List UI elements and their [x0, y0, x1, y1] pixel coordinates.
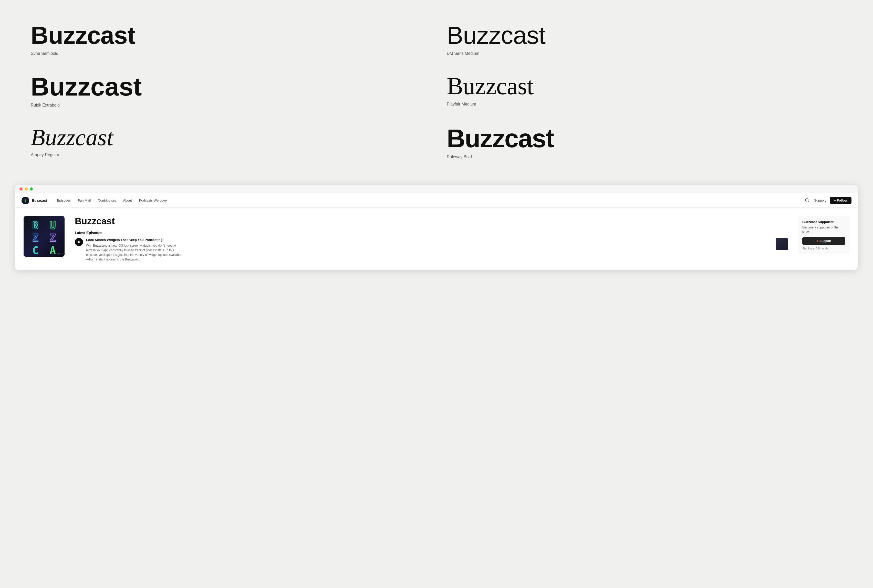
episode-row: Lock Screen Widgets That Keep You Podcas… [86, 238, 788, 262]
font-item-rubik: Buzzcast Rubik Extrabold [21, 66, 436, 118]
font-label-dm-sans: DM Sans Medium [447, 51, 479, 56]
svg-line-3 [808, 201, 809, 202]
episode-details: Lock Screen Widgets That Keep You Podcas… [86, 238, 788, 262]
podcast-navbar: B Buzzcast Episodes Fan Mail Contributor… [15, 194, 858, 208]
latest-episodes-label: Latest Episodes [75, 231, 788, 235]
nav-link-podcasts-we-love[interactable]: Podcasts We Love [135, 194, 170, 208]
supporter-card: Buzzcast Supporter Become a supporter of… [798, 216, 849, 254]
nav-brand[interactable]: B Buzzcast [21, 196, 47, 204]
font-display-rubik: Buzzcast [31, 74, 426, 99]
font-display-playfair: Buzzcast [447, 74, 842, 98]
supporter-card-title: Buzzcast Supporter [802, 220, 845, 224]
font-label-arapey: Arapey Regular [31, 153, 59, 157]
play-button[interactable] [75, 238, 83, 246]
font-item-arapey: Buzzcast Arapey Regular [21, 118, 436, 170]
close-dot[interactable] [20, 188, 22, 190]
search-icon[interactable] [805, 198, 810, 203]
font-display-dm-sans: Buzzcast [447, 23, 842, 48]
nav-links: Episodes Fan Mail Contributors About Pod… [54, 194, 805, 208]
cover-letter-c: C [27, 244, 44, 256]
cover-letter-z1: Z [27, 232, 44, 244]
font-item-syne: Buzzcast Syne Semibold [21, 15, 436, 66]
nav-right: Support + Follow [805, 196, 852, 204]
font-label-raleway: Raleway Bold [447, 154, 472, 159]
font-label-rubik: Rubik Extrabold [31, 103, 60, 107]
podcast-sidebar: Buzzcast Supporter Become a supporter of… [798, 216, 849, 262]
cover-art-inner: B U Z Z C A S T ✦ Buzzsprout [24, 216, 64, 257]
cover-letter-z2: Z [45, 232, 61, 244]
cover-grid: B U Z Z C A S T [24, 216, 64, 257]
font-label-syne: Syne Semibold [31, 51, 58, 56]
starting-at-text: Starting at $3/month [802, 247, 845, 250]
episode-thumbnail [776, 238, 788, 250]
episode-text: Lock Screen Widgets That Keep You Podcas… [86, 238, 772, 262]
play-triangle-icon [78, 240, 80, 243]
podcast-cover-art: B U Z Z C A S T ✦ Buzzsprout [24, 216, 64, 257]
cover-letter-u: U [45, 219, 61, 231]
nav-link-about[interactable]: About [120, 194, 135, 208]
svg-text:B: B [24, 199, 26, 202]
maximize-dot[interactable] [30, 188, 33, 190]
episode-title: Lock Screen Widgets That Keep You Podcas… [86, 238, 772, 242]
nav-support-link[interactable]: Support [814, 198, 826, 202]
browser-chrome [15, 185, 858, 194]
nav-link-fan-mail[interactable]: Fan Mail [74, 194, 94, 208]
font-display-arapey: Buzzcast [31, 126, 426, 149]
support-button-label: Support [819, 239, 831, 243]
cover-letter-b: B [27, 219, 44, 231]
font-item-dm-sans: Buzzcast DM Sans Medium [436, 15, 852, 66]
font-label-playfair: Playfair Medium [447, 102, 476, 106]
font-display-syne: Buzzcast [31, 23, 426, 48]
nav-brand-name: Buzzcast [32, 198, 47, 202]
font-display-raleway: Buzzcast [447, 126, 842, 151]
episode-description: With Buzzsprout's new iOS lock screen wi… [86, 243, 183, 262]
browser-window: B Buzzcast Episodes Fan Mail Contributor… [15, 185, 858, 270]
nav-link-episodes[interactable]: Episodes [54, 194, 74, 208]
episode-item: Lock Screen Widgets That Keep You Podcas… [75, 238, 788, 262]
follow-button[interactable]: + Follow [830, 196, 852, 204]
support-button[interactable]: ♥ Support [802, 237, 845, 245]
nav-link-contributors[interactable]: Contributors [94, 194, 120, 208]
supporter-card-description: Become a supporter of the show! [802, 225, 845, 234]
font-item-playfair: Buzzcast Playfair Medium [436, 66, 852, 118]
podcast-content: B U Z Z C A S T ✦ Buzzsprout Buzzcast La… [15, 208, 858, 270]
minimize-dot[interactable] [25, 188, 28, 190]
buzzsprout-logo: ✦ Buzzsprout [51, 253, 63, 255]
heart-icon: ♥ [816, 239, 818, 243]
brand-avatar: B [21, 196, 29, 204]
podcast-main: Buzzcast Latest Episodes Lock Screen Wid… [75, 216, 788, 262]
font-item-raleway: Buzzcast Raleway Bold [436, 118, 852, 170]
font-showcase: Buzzcast Syne Semibold Buzzcast DM Sans … [0, 0, 873, 180]
podcast-title: Buzzcast [75, 216, 788, 226]
